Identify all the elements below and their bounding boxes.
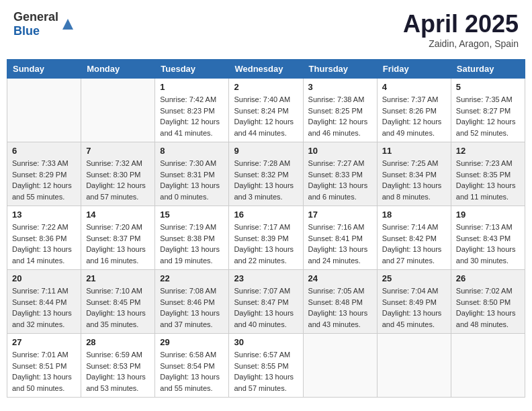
- calendar-week-row: 20Sunrise: 7:11 AM Sunset: 8:44 PM Dayli…: [7, 270, 525, 334]
- day-number: 17: [308, 210, 372, 220]
- day-number: 5: [456, 82, 520, 92]
- day-info: Sunrise: 7:14 AM Sunset: 8:42 PM Dayligh…: [382, 222, 446, 266]
- calendar-day-cell: 4Sunrise: 7:37 AM Sunset: 8:26 PM Daylig…: [377, 79, 451, 142]
- calendar-day-cell: 5Sunrise: 7:35 AM Sunset: 8:27 PM Daylig…: [451, 79, 525, 142]
- day-number: 21: [86, 273, 150, 283]
- day-info: Sunrise: 7:10 AM Sunset: 8:45 PM Dayligh…: [86, 285, 150, 330]
- weekday-header: Friday: [377, 60, 451, 79]
- day-info: Sunrise: 7:20 AM Sunset: 8:37 PM Dayligh…: [86, 222, 150, 266]
- day-number: 7: [86, 146, 150, 156]
- calendar-day-cell: 29Sunrise: 6:58 AM Sunset: 8:54 PM Dayli…: [155, 334, 229, 398]
- day-info: Sunrise: 6:58 AM Sunset: 8:54 PM Dayligh…: [160, 349, 224, 394]
- calendar-day-cell: 30Sunrise: 6:57 AM Sunset: 8:55 PM Dayli…: [229, 334, 303, 398]
- day-info: Sunrise: 7:33 AM Sunset: 8:29 PM Dayligh…: [12, 158, 76, 202]
- logo-text: General Blue: [13, 10, 58, 38]
- calendar-day-cell: 11Sunrise: 7:25 AM Sunset: 8:34 PM Dayli…: [377, 142, 451, 206]
- day-info: Sunrise: 7:02 AM Sunset: 8:50 PM Dayligh…: [456, 285, 520, 330]
- weekday-header: Monday: [81, 60, 155, 79]
- day-number: 30: [234, 337, 298, 347]
- day-number: 14: [86, 210, 150, 220]
- day-number: 11: [382, 146, 446, 156]
- day-number: 4: [382, 82, 446, 92]
- calendar-day-cell: 20Sunrise: 7:11 AM Sunset: 8:44 PM Dayli…: [7, 270, 81, 334]
- day-number: 26: [456, 273, 520, 283]
- calendar-day-cell: 22Sunrise: 7:08 AM Sunset: 8:46 PM Dayli…: [155, 270, 229, 334]
- weekday-header: Wednesday: [229, 60, 303, 79]
- day-number: 13: [12, 210, 76, 220]
- day-info: Sunrise: 7:42 AM Sunset: 8:23 PM Dayligh…: [160, 94, 224, 138]
- day-info: Sunrise: 7:32 AM Sunset: 8:30 PM Dayligh…: [86, 158, 150, 202]
- calendar-day-cell: 26Sunrise: 7:02 AM Sunset: 8:50 PM Dayli…: [451, 270, 525, 334]
- weekday-header: Tuesday: [155, 60, 229, 79]
- month-title: April 2025: [403, 10, 519, 38]
- day-number: 29: [160, 337, 224, 347]
- calendar-day-cell: 25Sunrise: 7:04 AM Sunset: 8:49 PM Dayli…: [377, 270, 451, 334]
- calendar-week-row: 1Sunrise: 7:42 AM Sunset: 8:23 PM Daylig…: [7, 79, 525, 142]
- logo-icon: [61, 17, 75, 31]
- day-info: Sunrise: 7:22 AM Sunset: 8:36 PM Dayligh…: [12, 222, 76, 266]
- day-number: 25: [382, 273, 446, 283]
- day-info: Sunrise: 7:25 AM Sunset: 8:34 PM Dayligh…: [382, 158, 446, 202]
- calendar-day-cell: 23Sunrise: 7:07 AM Sunset: 8:47 PM Dayli…: [229, 270, 303, 334]
- logo-blue: Blue: [13, 24, 40, 38]
- day-number: 1: [160, 82, 224, 92]
- day-info: Sunrise: 7:37 AM Sunset: 8:26 PM Dayligh…: [382, 94, 446, 138]
- calendar-day-cell: [451, 334, 525, 398]
- day-info: Sunrise: 7:38 AM Sunset: 8:25 PM Dayligh…: [308, 94, 372, 138]
- day-number: 2: [234, 82, 298, 92]
- day-number: 16: [234, 210, 298, 220]
- day-number: 27: [12, 337, 76, 347]
- day-number: 3: [308, 82, 372, 92]
- calendar-day-cell: 24Sunrise: 7:05 AM Sunset: 8:48 PM Dayli…: [303, 270, 377, 334]
- day-info: Sunrise: 7:08 AM Sunset: 8:46 PM Dayligh…: [160, 285, 224, 330]
- header: General Blue April 2025 Zaidin, Aragon, …: [7, 7, 525, 52]
- calendar-day-cell: 9Sunrise: 7:28 AM Sunset: 8:32 PM Daylig…: [229, 142, 303, 206]
- day-number: 15: [160, 210, 224, 220]
- day-info: Sunrise: 7:30 AM Sunset: 8:31 PM Dayligh…: [160, 158, 224, 202]
- calendar-day-cell: 6Sunrise: 7:33 AM Sunset: 8:29 PM Daylig…: [7, 142, 81, 206]
- day-number: 9: [234, 146, 298, 156]
- day-info: Sunrise: 7:11 AM Sunset: 8:44 PM Dayligh…: [12, 285, 76, 330]
- calendar-week-row: 13Sunrise: 7:22 AM Sunset: 8:36 PM Dayli…: [7, 206, 525, 270]
- calendar-day-cell: 7Sunrise: 7:32 AM Sunset: 8:30 PM Daylig…: [81, 142, 155, 206]
- day-number: 10: [308, 146, 372, 156]
- calendar-table: SundayMondayTuesdayWednesdayThursdayFrid…: [7, 59, 525, 398]
- calendar-day-cell: [377, 334, 451, 398]
- day-number: 12: [456, 146, 520, 156]
- day-number: 22: [160, 273, 224, 283]
- day-number: 19: [456, 210, 520, 220]
- logo: General Blue: [13, 10, 75, 38]
- day-info: Sunrise: 7:01 AM Sunset: 8:51 PM Dayligh…: [12, 349, 76, 394]
- day-number: 28: [86, 337, 150, 347]
- calendar-day-cell: 8Sunrise: 7:30 AM Sunset: 8:31 PM Daylig…: [155, 142, 229, 206]
- day-info: Sunrise: 7:19 AM Sunset: 8:38 PM Dayligh…: [160, 222, 224, 266]
- location-title: Zaidin, Aragon, Spain: [403, 38, 519, 49]
- calendar-day-cell: 19Sunrise: 7:13 AM Sunset: 8:43 PM Dayli…: [451, 206, 525, 270]
- calendar-week-row: 6Sunrise: 7:33 AM Sunset: 8:29 PM Daylig…: [7, 142, 525, 206]
- calendar-header-row: SundayMondayTuesdayWednesdayThursdayFrid…: [7, 60, 525, 79]
- calendar-day-cell: 10Sunrise: 7:27 AM Sunset: 8:33 PM Dayli…: [303, 142, 377, 206]
- calendar-day-cell: [7, 79, 81, 142]
- day-number: 20: [12, 273, 76, 283]
- day-info: Sunrise: 7:35 AM Sunset: 8:27 PM Dayligh…: [456, 94, 520, 138]
- title-area: April 2025 Zaidin, Aragon, Spain: [403, 10, 519, 49]
- day-number: 18: [382, 210, 446, 220]
- calendar-week-row: 27Sunrise: 7:01 AM Sunset: 8:51 PM Dayli…: [7, 334, 525, 398]
- weekday-header: Thursday: [303, 60, 377, 79]
- calendar-day-cell: 13Sunrise: 7:22 AM Sunset: 8:36 PM Dayli…: [7, 206, 81, 270]
- calendar-day-cell: 14Sunrise: 7:20 AM Sunset: 8:37 PM Dayli…: [81, 206, 155, 270]
- calendar-day-cell: [81, 79, 155, 142]
- calendar-day-cell: [303, 334, 377, 398]
- day-info: Sunrise: 7:05 AM Sunset: 8:48 PM Dayligh…: [308, 285, 372, 330]
- day-number: 23: [234, 273, 298, 283]
- weekday-header: Sunday: [7, 60, 81, 79]
- day-info: Sunrise: 7:07 AM Sunset: 8:47 PM Dayligh…: [234, 285, 298, 330]
- day-info: Sunrise: 7:16 AM Sunset: 8:41 PM Dayligh…: [308, 222, 372, 266]
- calendar-day-cell: 21Sunrise: 7:10 AM Sunset: 8:45 PM Dayli…: [81, 270, 155, 334]
- day-number: 24: [308, 273, 372, 283]
- day-info: Sunrise: 6:57 AM Sunset: 8:55 PM Dayligh…: [234, 349, 298, 394]
- logo-general: General: [13, 10, 58, 24]
- calendar-day-cell: 3Sunrise: 7:38 AM Sunset: 8:25 PM Daylig…: [303, 79, 377, 142]
- day-info: Sunrise: 7:17 AM Sunset: 8:39 PM Dayligh…: [234, 222, 298, 266]
- weekday-header: Saturday: [451, 60, 525, 79]
